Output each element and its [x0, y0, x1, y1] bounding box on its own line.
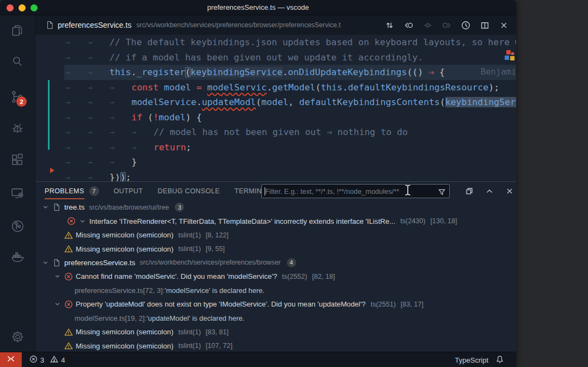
- code-line[interactable]: →→this._register(keybindingService.onDid…: [35, 65, 516, 80]
- editor[interactable]: →→// The default keybindings.json update…: [35, 35, 516, 181]
- code-token: model: [164, 82, 191, 93]
- ruler-mark-red: [506, 50, 511, 54]
- problem-row[interactable]: Missing semicolon (semicolon)tslint(1)[9…: [35, 242, 516, 255]
- whitespace-arrow: →: [88, 65, 110, 81]
- whitespace-arrow: →: [132, 125, 154, 140]
- whitespace-arrow: →: [109, 81, 132, 96]
- code-token: (: [185, 67, 191, 77]
- tab-output[interactable]: OUTPUT: [114, 182, 143, 200]
- code-token: updateModl: [202, 97, 256, 107]
- split-editor-icon[interactable]: [477, 18, 492, 32]
- whitespace-arrow: →: [65, 81, 88, 96]
- manage-settings-button[interactable]: [0, 326, 35, 350]
- code-token: .: [131, 67, 137, 77]
- problem-count-badge: 4: [287, 258, 296, 267]
- activity-bar: 2: [0, 15, 35, 352]
- activity-item-docker[interactable]: [0, 246, 35, 270]
- open-file-name[interactable]: preferencesService.ts: [58, 21, 131, 29]
- problem-file-row[interactable]: preferencesService.tssrc/vs/workbench/se…: [35, 256, 516, 270]
- file-icon: [52, 259, 60, 267]
- text-caret: [265, 187, 265, 195]
- code-token: (: [315, 82, 321, 93]
- related-message: 'updateModel' is declared here.: [146, 314, 244, 322]
- problem-position: [8, 122]: [206, 231, 229, 239]
- code-line[interactable]: →→→}: [35, 155, 516, 170]
- status-bar-right: TypeScript: [455, 352, 504, 367]
- code-line[interactable]: →→// if a model has been given out we up…: [35, 50, 516, 65]
- tab-debug-console[interactable]: DEBUG CONSOLE: [157, 182, 219, 200]
- code-line[interactable]: →→→const model = modelServic.getModel(th…: [35, 80, 516, 95]
- code-token: .: [342, 82, 348, 93]
- maximize-panel-icon[interactable]: [484, 186, 495, 197]
- related-info-row[interactable]: preferencesService.ts[72, 3]: 'modelServ…: [35, 284, 516, 297]
- whitespace-arrow: →: [88, 170, 110, 182]
- close-editor-icon[interactable]: [497, 18, 511, 32]
- timeline-icon[interactable]: [458, 18, 473, 32]
- problem-row[interactable]: Missing semicolon (semicolon)tslint(1)[8…: [35, 228, 516, 242]
- remote-explorer-icon: [10, 186, 24, 203]
- open-changes-icon[interactable]: [382, 18, 396, 32]
- source-control-badge: 2: [16, 96, 27, 107]
- code-token: // The default keybindings.json updates …: [109, 37, 516, 47]
- filter-icon[interactable]: [437, 187, 446, 197]
- activity-item-extensions[interactable]: [0, 149, 35, 173]
- close-panel-icon[interactable]: [504, 186, 515, 197]
- problem-row[interactable]: Missing semicolon (semicolon)tslint(1)[8…: [35, 325, 516, 339]
- code-token: modelServic: [207, 82, 267, 93]
- current-position-icon[interactable]: [420, 18, 434, 32]
- problem-message: Missing semicolon (semicolon): [76, 231, 174, 239]
- activity-item-search[interactable]: [0, 51, 35, 75]
- notifications-bell-icon[interactable]: [495, 355, 504, 365]
- code-token: ) {: [186, 112, 202, 123]
- related-resource: preferencesService.ts[72, 3]:: [75, 286, 164, 295]
- activity-item-debug[interactable]: [0, 118, 35, 142]
- tab-problems[interactable]: PROBLEMS7: [45, 182, 99, 200]
- window-title: preferencesService.ts — vscode: [0, 0, 516, 15]
- code-token: defaultKeybindingsResource: [348, 82, 488, 93]
- language-mode[interactable]: TypeScript: [455, 356, 488, 364]
- code-token: }: [109, 172, 115, 182]
- search-icon: [10, 54, 24, 71]
- problem-row[interactable]: Interface 'ITreeRenderer<T, TFilterData,…: [35, 214, 516, 228]
- activity-item-remote-explorer[interactable]: [0, 182, 35, 206]
- code-line[interactable]: →→→modelService.updateModl(model, defaul…: [35, 95, 516, 110]
- problems-filter[interactable]: [261, 184, 450, 198]
- tab-label: PROBLEMS: [45, 187, 84, 195]
- problem-row[interactable]: Property 'updateModl' does not exist on …: [35, 297, 516, 311]
- problem-message: Missing semicolon (semicolon): [76, 328, 174, 336]
- code-lines: →→// The default keybindings.json update…: [35, 35, 516, 181]
- code-line[interactable]: →→// The default keybindings.json update…: [35, 35, 516, 50]
- problem-row[interactable]: Cannot find name 'modelServic'. Did you …: [35, 270, 516, 283]
- code-line[interactable]: →→→→return;: [35, 140, 516, 155]
- navigate-back-icon[interactable]: [401, 18, 415, 32]
- desktop: preferencesService.ts — vscode: [0, 0, 588, 367]
- navigate-forward-icon[interactable]: [439, 18, 454, 32]
- code-token: ⇒: [428, 67, 434, 77]
- chevron-down-icon: [53, 272, 62, 280]
- problem-message: Missing semicolon (semicolon): [76, 342, 174, 350]
- whitespace-arrow: →: [65, 95, 88, 111]
- problem-message: Interface 'ITreeRenderer<T, TFilterData,…: [89, 217, 395, 225]
- code-token: onDidUpdateKeybindings: [288, 67, 407, 77]
- whitespace-arrow: →: [88, 35, 110, 51]
- related-info-row[interactable]: modelService.ts[19, 2]: 'updateModel' is…: [35, 311, 516, 325]
- problem-row[interactable]: Missing semicolon (semicolon)tslint(1)[1…: [35, 339, 516, 352]
- warning-icon: [64, 231, 73, 240]
- problems-summary[interactable]: 3 4: [29, 352, 65, 367]
- problem-position: [83, 81]: [206, 328, 229, 336]
- code-line[interactable]: →→}));: [35, 170, 516, 182]
- problem-source: tslint(1): [179, 245, 201, 253]
- code-token: const: [132, 82, 159, 93]
- problem-message: Property 'updateModl' does not exist on …: [76, 300, 366, 308]
- code-token: (: [440, 97, 445, 107]
- code-token: ((): [407, 67, 428, 77]
- code-line[interactable]: →→→→// model has not been given out ⇒ no…: [35, 125, 516, 140]
- activity-item-gitlens[interactable]: [0, 215, 35, 239]
- problem-file-row[interactable]: tree.tssrc/vs/base/browser/ui/tree3: [35, 200, 516, 214]
- code-line[interactable]: →→→if (!model) {: [35, 110, 516, 125]
- activity-item-explorer[interactable]: [0, 20, 35, 44]
- remote-indicator[interactable]: [0, 352, 22, 367]
- error-icon: [64, 272, 73, 281]
- code-token: keybindingServ: [445, 97, 516, 107]
- restore-panel-icon[interactable]: [464, 186, 475, 197]
